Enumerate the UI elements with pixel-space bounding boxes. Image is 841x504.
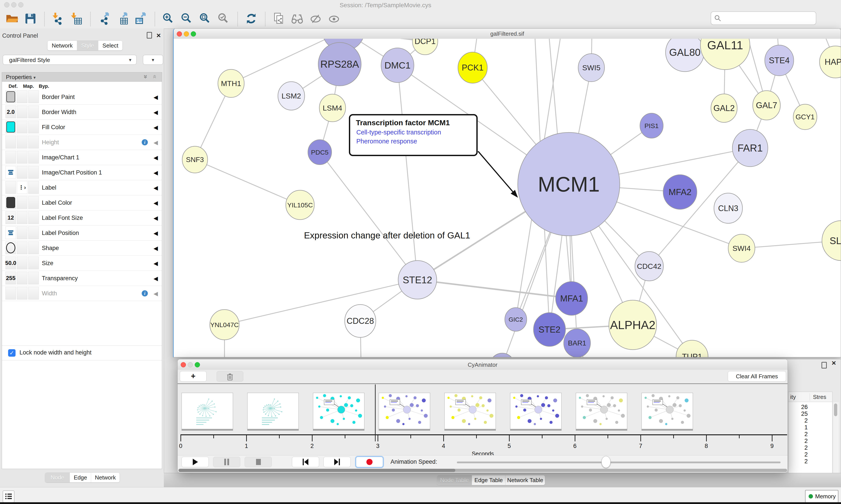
node-YNL047C[interactable]: YNL047C xyxy=(210,310,239,340)
default-value-cell[interactable] xyxy=(5,241,16,254)
collapse-all-icon[interactable]: « xyxy=(153,73,157,80)
play-button[interactable] xyxy=(182,457,209,467)
add-frame-button[interactable]: + xyxy=(180,371,207,382)
zoom-selected-icon[interactable] xyxy=(217,12,230,25)
expand-arrow-icon[interactable]: ◀ xyxy=(154,260,158,267)
node-HAP2[interactable]: HAP2 xyxy=(820,46,841,78)
node-PDC5[interactable]: PDC5 xyxy=(308,140,332,165)
export-network-icon[interactable] xyxy=(98,12,110,25)
refresh-icon[interactable] xyxy=(245,12,257,25)
bypass-cell[interactable] xyxy=(28,136,39,148)
bypass-cell[interactable] xyxy=(28,272,39,284)
float-panel-icon[interactable] xyxy=(147,32,152,38)
properties-header[interactable]: Properties ▾ » « xyxy=(2,72,162,82)
network-canvas[interactable]: DCP1RPS28ADMC1PCK1SWI5GAL80GAL11STE4HAP2… xyxy=(174,39,841,357)
mapping-cell[interactable] xyxy=(17,106,28,118)
node-YIL105C[interactable]: YIL105C xyxy=(286,190,314,220)
tab-edge[interactable]: Edge xyxy=(70,473,91,482)
tab-node-table[interactable]: Node Table xyxy=(437,475,472,485)
default-value-cell[interactable] xyxy=(5,196,16,209)
bypass-cell[interactable] xyxy=(28,181,39,194)
tab-style[interactable]: Style xyxy=(77,41,99,50)
mapping-cell[interactable] xyxy=(17,90,28,103)
mapping-cell[interactable] xyxy=(17,121,28,133)
table-scrollbar-thumb[interactable] xyxy=(834,403,837,416)
node-GAL80[interactable]: GAL80 xyxy=(666,39,704,72)
column-header-ity[interactable]: ity xyxy=(790,394,796,400)
node-SWI4[interactable]: SWI4 xyxy=(728,234,755,262)
node-CDC28[interactable]: CDC28 xyxy=(345,305,376,337)
table-cell-value[interactable]: 25 xyxy=(788,411,808,417)
tab-network-table[interactable]: Network Table xyxy=(505,475,545,485)
default-value-cell[interactable] xyxy=(5,227,16,239)
expand-arrow-icon[interactable]: ◀ xyxy=(154,169,158,176)
mapping-cell[interactable] xyxy=(17,287,28,300)
skip-start-button[interactable] xyxy=(292,457,319,467)
close-panel-icon[interactable]: × xyxy=(831,360,836,365)
node-DMC1[interactable]: DMC1 xyxy=(381,48,414,83)
mapping-cell[interactable] xyxy=(17,227,28,239)
table-cell-value[interactable]: 2 xyxy=(788,445,808,451)
bypass-cell[interactable] xyxy=(28,211,39,224)
node-STE12[interactable]: STE12 xyxy=(398,260,437,299)
expand-all-icon[interactable]: » xyxy=(144,73,148,80)
expand-arrow-icon[interactable]: ◀ xyxy=(154,109,158,116)
expand-arrow-icon[interactable]: ◀ xyxy=(154,184,158,191)
node-MFA1[interactable]: MFA1 xyxy=(556,282,588,315)
frame-thumbnail-7[interactable] xyxy=(576,393,627,429)
tab-network[interactable]: Network xyxy=(91,473,120,482)
canvas-caption[interactable]: Expression change after deletion of GAL1 xyxy=(304,230,470,240)
record-button[interactable] xyxy=(356,457,383,467)
bypass-cell[interactable] xyxy=(28,90,39,103)
node-CDC42[interactable]: CDC42 xyxy=(635,252,663,281)
expand-arrow-icon[interactable]: ◀ xyxy=(154,124,158,131)
property-row-shape[interactable]: Shape◀ xyxy=(2,240,162,256)
node-BAR1[interactable]: BAR1 xyxy=(564,329,590,357)
node-GAL7[interactable]: GAL7 xyxy=(753,91,780,120)
tab-node[interactable]: Node xyxy=(45,473,70,482)
property-row-label-font-size[interactable]: 12Label Font Size◀ xyxy=(2,211,162,226)
open-folder-icon[interactable] xyxy=(6,12,18,25)
default-value-cell[interactable]: 12 xyxy=(5,211,16,224)
tab-network[interactable]: Network xyxy=(48,41,77,50)
expand-arrow-icon[interactable]: ◀ xyxy=(154,94,158,101)
node-DCP1[interactable]: DCP1 xyxy=(412,39,438,55)
expand-arrow-icon[interactable]: ◀ xyxy=(154,139,158,146)
property-row-size[interactable]: 50.0Size◀ xyxy=(2,256,162,271)
property-row-border-width[interactable]: 2.0Border Width◀ xyxy=(2,105,162,120)
node-table-header[interactable]: ity Stres xyxy=(788,392,832,402)
table-cell-value[interactable]: 1 xyxy=(788,424,808,431)
property-row-border-paint[interactable]: Border Paint◀ xyxy=(2,90,162,105)
node-GAL11[interactable]: GAL11 xyxy=(700,39,750,70)
mcm1-annotation[interactable]: Transcription factor MCM1 Cell-type-spec… xyxy=(349,114,478,156)
save-icon[interactable] xyxy=(24,12,37,25)
bypass-cell[interactable] xyxy=(28,241,39,254)
node-LSM4[interactable]: LSM4 xyxy=(319,94,345,122)
style-options-button[interactable]: ▾ xyxy=(143,55,163,65)
mapping-cell[interactable] xyxy=(17,166,28,179)
mapping-cell[interactable]: ⋮› xyxy=(17,181,28,194)
timeline[interactable]: 0123456789 Seconds xyxy=(178,384,788,455)
speed-slider-handle[interactable] xyxy=(602,456,611,468)
bypass-cell[interactable] xyxy=(28,121,39,133)
property-row-image-chart-position-1[interactable]: Image/Chart Position 1◀ xyxy=(2,165,162,180)
node-SWI5[interactable]: SWI5 xyxy=(578,54,605,82)
skip-end-button[interactable] xyxy=(323,457,351,467)
search-input[interactable] xyxy=(723,13,812,23)
property-row-fill-color[interactable]: Fill Color◀ xyxy=(2,120,162,135)
zoom-fit-icon[interactable] xyxy=(199,12,212,25)
mapping-cell[interactable] xyxy=(17,257,28,269)
table-cell-value[interactable]: 2 xyxy=(788,431,808,438)
default-value-cell[interactable] xyxy=(5,166,16,179)
node-GCY1[interactable]: GCY1 xyxy=(793,104,817,130)
property-row-transparency[interactable]: 255Transparency◀ xyxy=(2,271,162,286)
node-MCM1[interactable]: MCM1 xyxy=(518,132,620,236)
property-row-label-color[interactable]: Label Color◀ xyxy=(2,195,162,211)
default-value-cell[interactable] xyxy=(5,151,16,164)
node-N1[interactable] xyxy=(490,353,515,357)
bypass-cell[interactable] xyxy=(28,151,39,164)
default-value-cell[interactable] xyxy=(5,121,16,133)
edge[interactable] xyxy=(225,280,417,325)
expand-arrow-icon[interactable]: ◀ xyxy=(154,200,158,206)
frame-thumbnail-8[interactable] xyxy=(642,393,693,429)
